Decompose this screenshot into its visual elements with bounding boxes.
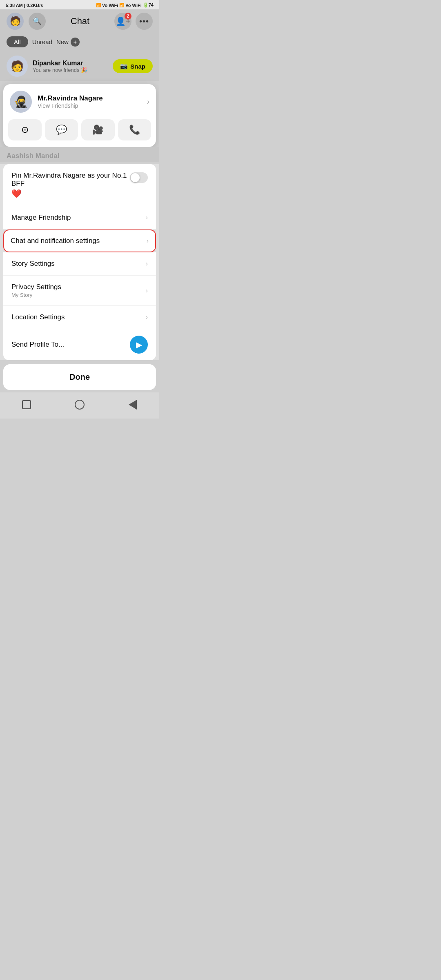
menu-item-location-settings[interactable]: Location Settings ›: [3, 306, 156, 329]
header: 🧑 🔍 Chat 👤+ 2 •••: [0, 9, 159, 34]
location-settings-chevron-right-icon: ›: [146, 314, 148, 321]
search-button[interactable]: 🔍: [29, 13, 46, 30]
call-action-button[interactable]: 📞: [118, 119, 151, 140]
tab-unread[interactable]: Unread: [32, 38, 52, 45]
snap-action-icon: ⊙: [21, 125, 29, 135]
context-card: 🥷 Mr.Ravindra Nagare View Friendship › ⊙…: [3, 84, 156, 147]
privacy-settings-chevron-right-icon: ›: [146, 287, 148, 294]
status-icons: 📶 Vo WiFi 📶 Vo WiFi 🔋74: [96, 2, 154, 8]
menu-item-pin-bff[interactable]: Pin Mr.Ravindra Nagare as your No.1 BFF …: [3, 164, 156, 206]
send-profile-label: Send Profile To...: [11, 341, 64, 349]
header-left: 🧑 🔍: [7, 13, 46, 30]
menu-item-story-settings[interactable]: Story Settings ›: [3, 252, 156, 276]
contact-name: Mr.Ravindra Nagare: [38, 94, 141, 102]
tab-all[interactable]: All: [7, 36, 28, 47]
snap-action-button[interactable]: ⊙: [8, 119, 42, 140]
partial-chat-name: Aashish Mandal: [0, 147, 159, 162]
chat-name: Dipankar Kumar: [33, 60, 108, 67]
call-action-icon: 📞: [129, 125, 140, 135]
status-bar: 5:38 AM | 0.2KB/s 📶 Vo WiFi 📶 Vo WiFi 🔋7…: [0, 0, 159, 9]
menu-item-chat-notification[interactable]: Chat and notification settings ›: [3, 229, 156, 252]
action-buttons-row: ⊙ 💬 🎥 📞: [3, 118, 156, 147]
battery-icon: 🔋74: [143, 2, 154, 8]
privacy-settings-label: Privacy Settings My Story: [11, 283, 146, 298]
nav-home-button[interactable]: [72, 397, 87, 412]
view-friendship-link[interactable]: View Friendship: [38, 102, 141, 109]
bff-label: Pin Mr.Ravindra Nagare as your No.1 BFF: [11, 172, 130, 188]
video-action-icon: 🎥: [92, 125, 103, 135]
wifi2-icon: 📶: [119, 3, 124, 7]
chat-notification-label: Chat and notification settings: [11, 237, 100, 245]
tab-new[interactable]: New +: [56, 38, 80, 47]
done-button[interactable]: Done: [3, 364, 156, 390]
wifi-icon: Vo WiFi: [102, 3, 118, 8]
header-right: 👤+ 2 •••: [114, 13, 153, 30]
circle-icon: [75, 400, 85, 410]
back-triangle-icon: [129, 400, 137, 410]
menu-section: Pin Mr.Ravindra Nagare as your No.1 BFF …: [0, 164, 159, 360]
snap-camera-icon: 📷: [120, 62, 128, 70]
add-friend-button[interactable]: 👤+ 2: [114, 13, 131, 30]
vowifi-icon: Vo WiFi: [125, 3, 141, 8]
context-header: 🥷 Mr.Ravindra Nagare View Friendship ›: [3, 84, 156, 118]
snap-button[interactable]: 📷 Snap: [113, 59, 153, 73]
search-icon: 🔍: [33, 17, 42, 26]
send-profile-button[interactable]: ▶: [130, 336, 148, 354]
location-settings-label: Location Settings: [11, 313, 146, 321]
bff-toggle[interactable]: [130, 172, 148, 183]
bottom-nav: [0, 392, 159, 419]
heart-icon: ❤️: [11, 189, 130, 198]
signal-icon: 📶: [96, 3, 101, 7]
chat-item[interactable]: 🧑 Dipankar Kumar You are now friends 🎉 📷…: [0, 51, 159, 81]
friends-text: You are now friends 🎉: [33, 67, 87, 73]
send-arrow-icon: ▶: [136, 340, 142, 350]
more-button[interactable]: •••: [136, 13, 153, 30]
chat-info: Dipankar Kumar You are now friends 🎉: [33, 60, 108, 73]
filter-tabs: All Unread New +: [0, 34, 159, 51]
status-time: 5:38 AM | 0.2KB/s: [6, 3, 43, 8]
story-settings-label: Story Settings: [11, 260, 146, 268]
more-icon: •••: [139, 17, 149, 26]
chat-action-button[interactable]: 💬: [45, 119, 78, 140]
nav-square-button[interactable]: [19, 397, 34, 412]
contact-chevron-right-icon[interactable]: ›: [147, 98, 149, 106]
page-title: Chat: [46, 16, 114, 27]
menu-item-send-profile[interactable]: Send Profile To... ▶: [3, 329, 156, 360]
menu-item-privacy-settings[interactable]: Privacy Settings My Story ›: [3, 276, 156, 306]
chat-sub: You are now friends 🎉: [33, 67, 108, 73]
friend-badge: 2: [125, 13, 131, 20]
privacy-settings-sub: My Story: [11, 292, 146, 298]
menu-item-manage-friendship[interactable]: Manage Friendship ›: [3, 206, 156, 229]
chat-notification-chevron-right-icon: ›: [147, 237, 149, 245]
manage-friendship-chevron-right-icon: ›: [146, 214, 148, 221]
nav-back-button[interactable]: [125, 397, 140, 412]
video-action-button[interactable]: 🎥: [81, 119, 115, 140]
square-icon: [22, 400, 31, 409]
chat-action-icon: 💬: [56, 125, 67, 135]
new-plus-icon: +: [71, 38, 80, 47]
story-settings-chevron-right-icon: ›: [146, 260, 148, 267]
chat-avatar: 🧑: [7, 56, 28, 77]
contact-info: Mr.Ravindra Nagare View Friendship: [38, 94, 141, 109]
user-avatar[interactable]: 🧑: [7, 13, 24, 30]
manage-friendship-label: Manage Friendship: [11, 214, 146, 222]
bff-text-block: Pin Mr.Ravindra Nagare as your No.1 BFF …: [11, 172, 130, 198]
contact-avatar: 🥷: [10, 91, 32, 113]
